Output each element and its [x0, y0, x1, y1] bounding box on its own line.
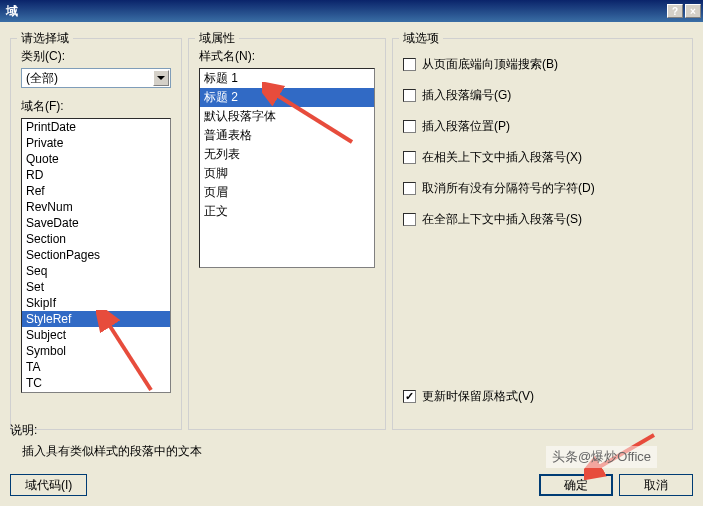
description-label: 说明: — [10, 422, 693, 439]
list-item[interactable]: Ref — [22, 183, 170, 199]
list-item[interactable]: StyleRef — [22, 311, 170, 327]
list-item[interactable]: Subject — [22, 327, 170, 343]
list-item[interactable]: SectionPages — [22, 247, 170, 263]
checkbox-icon — [403, 89, 416, 102]
properties-group: 域属性 样式名(N): 标题 1标题 2默认段落字体普通表格无列表页脚页眉正文 — [188, 38, 386, 430]
chevron-down-icon — [153, 70, 169, 86]
list-item[interactable]: 普通表格 — [200, 126, 374, 145]
option-checkbox[interactable]: 在相关上下文中插入段落号(X) — [403, 149, 682, 166]
stylename-label: 样式名(N): — [199, 48, 375, 65]
stylename-listbox[interactable]: 标题 1标题 2默认段落字体普通表格无列表页脚页眉正文 — [199, 68, 375, 268]
list-item[interactable]: TA — [22, 359, 170, 375]
list-item[interactable]: RD — [22, 167, 170, 183]
checkbox-icon — [403, 182, 416, 195]
list-item[interactable]: 标题 2 — [200, 88, 374, 107]
category-select[interactable]: (全部) — [21, 68, 171, 88]
option-label: 插入段落编号(G) — [422, 87, 511, 104]
option-checkbox[interactable]: 从页面底端向顶端搜索(B) — [403, 56, 682, 73]
list-item[interactable]: Quote — [22, 151, 170, 167]
cancel-button[interactable]: 取消 — [619, 474, 693, 496]
preserve-format-label: 更新时保留原格式(V) — [422, 388, 534, 405]
option-checkbox[interactable]: 插入段落位置(P) — [403, 118, 682, 135]
list-item[interactable]: TC — [22, 375, 170, 391]
list-item[interactable]: PrintDate — [22, 119, 170, 135]
checkbox-icon — [403, 390, 416, 403]
group-label-select: 请选择域 — [17, 30, 73, 47]
fieldname-listbox[interactable]: PrintDatePrivateQuoteRDRefRevNumSaveDate… — [21, 118, 171, 393]
option-label: 在全部上下文中插入段落号(S) — [422, 211, 582, 228]
options-group: 域选项 从页面底端向顶端搜索(B)插入段落编号(G)插入段落位置(P)在相关上下… — [392, 38, 693, 430]
option-label: 从页面底端向顶端搜索(B) — [422, 56, 558, 73]
option-checkbox[interactable]: 插入段落编号(G) — [403, 87, 682, 104]
help-button[interactable]: ? — [667, 4, 683, 18]
group-label-properties: 域属性 — [195, 30, 239, 47]
watermark-text: 头条@爆炒Office — [546, 446, 657, 468]
list-item[interactable]: SkipIf — [22, 295, 170, 311]
titlebar: 域 ? × — [0, 0, 703, 22]
category-value: (全部) — [26, 70, 58, 87]
field-codes-button[interactable]: 域代码(I) — [10, 474, 87, 496]
checkbox-icon — [403, 213, 416, 226]
list-item[interactable]: 默认段落字体 — [200, 107, 374, 126]
option-checkbox[interactable]: 取消所有没有分隔符号的字符(D) — [403, 180, 682, 197]
list-item[interactable]: RevNum — [22, 199, 170, 215]
list-item[interactable]: SaveDate — [22, 215, 170, 231]
list-item[interactable]: 页眉 — [200, 183, 374, 202]
option-label: 插入段落位置(P) — [422, 118, 510, 135]
list-item[interactable]: Symbol — [22, 343, 170, 359]
checkbox-icon — [403, 120, 416, 133]
list-item[interactable]: 页脚 — [200, 164, 374, 183]
list-item[interactable]: Seq — [22, 263, 170, 279]
preserve-format-checkbox[interactable]: 更新时保留原格式(V) — [403, 388, 682, 405]
list-item[interactable]: 无列表 — [200, 145, 374, 164]
option-label: 在相关上下文中插入段落号(X) — [422, 149, 582, 166]
option-label: 取消所有没有分隔符号的字符(D) — [422, 180, 595, 197]
window-title: 域 — [2, 3, 665, 20]
category-label: 类别(C): — [21, 48, 171, 65]
checkbox-icon — [403, 151, 416, 164]
list-item[interactable]: Private — [22, 135, 170, 151]
option-checkbox[interactable]: 在全部上下文中插入段落号(S) — [403, 211, 682, 228]
list-item[interactable]: Set — [22, 279, 170, 295]
list-item[interactable]: Section — [22, 231, 170, 247]
select-field-group: 请选择域 类别(C): (全部) 域名(F): PrintDatePrivate… — [10, 38, 182, 430]
list-item[interactable]: 标题 1 — [200, 69, 374, 88]
list-item[interactable]: Template — [22, 391, 170, 393]
group-label-options: 域选项 — [399, 30, 443, 47]
list-item[interactable]: 正文 — [200, 202, 374, 221]
ok-button[interactable]: 确定 — [539, 474, 613, 496]
checkbox-icon — [403, 58, 416, 71]
fieldname-label: 域名(F): — [21, 98, 171, 115]
close-button[interactable]: × — [685, 4, 701, 18]
